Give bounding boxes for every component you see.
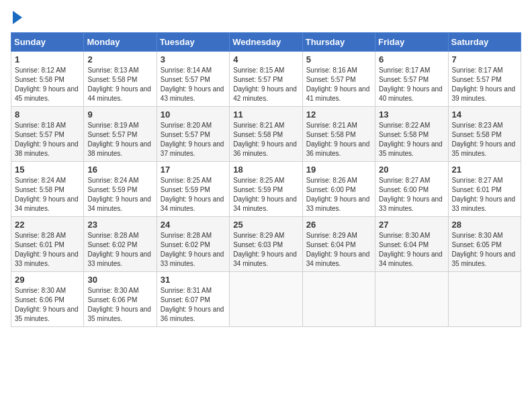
day-number: 7	[452, 54, 517, 64]
day-info: Sunrise: 8:16 AMSunset: 5:57 PMDaylight:…	[306, 66, 370, 102]
weekday-header: Sunday	[11, 33, 84, 52]
calendar-day-cell: 26Sunrise: 8:29 AMSunset: 6:04 PMDayligh…	[302, 217, 375, 272]
calendar-day-cell: 19Sunrise: 8:26 AMSunset: 6:00 PMDayligh…	[302, 162, 375, 217]
day-number: 27	[379, 220, 444, 230]
day-info: Sunrise: 8:23 AMSunset: 5:58 PMDaylight:…	[452, 122, 516, 157]
day-number: 17	[161, 165, 226, 175]
weekday-header: Saturday	[448, 33, 521, 52]
day-number: 25	[233, 220, 298, 230]
calendar-day-cell: 20Sunrise: 8:27 AMSunset: 6:00 PMDayligh…	[375, 162, 448, 217]
day-number: 20	[379, 165, 444, 175]
day-info: Sunrise: 8:30 AMSunset: 6:06 PMDaylight:…	[87, 287, 151, 322]
calendar-day-cell: 9Sunrise: 8:19 AMSunset: 5:57 PMDaylight…	[84, 107, 157, 162]
calendar-day-cell: 7Sunrise: 8:17 AMSunset: 5:57 PMDaylight…	[448, 52, 521, 107]
calendar-day-cell: 29Sunrise: 8:30 AMSunset: 6:06 PMDayligh…	[11, 272, 84, 327]
day-number: 16	[87, 165, 152, 175]
calendar-day-cell: 8Sunrise: 8:18 AMSunset: 5:57 PMDaylight…	[11, 107, 84, 162]
day-info: Sunrise: 8:30 AMSunset: 6:04 PMDaylight:…	[379, 232, 443, 267]
day-number: 4	[233, 54, 298, 64]
day-info: Sunrise: 8:17 AMSunset: 5:57 PMDaylight:…	[452, 66, 516, 102]
calendar-day-cell: 24Sunrise: 8:28 AMSunset: 6:02 PMDayligh…	[157, 217, 229, 272]
day-info: Sunrise: 8:28 AMSunset: 6:01 PMDaylight:…	[15, 232, 79, 267]
day-number: 12	[306, 109, 371, 120]
calendar-day-cell: 22Sunrise: 8:28 AMSunset: 6:01 PMDayligh…	[11, 217, 84, 272]
calendar-header-row: SundayMondayTuesdayWednesdayThursdayFrid…	[11, 33, 521, 52]
day-info: Sunrise: 8:13 AMSunset: 5:58 PMDaylight:…	[87, 66, 151, 102]
day-info: Sunrise: 8:30 AMSunset: 6:05 PMDaylight:…	[452, 232, 516, 267]
calendar-day-cell: 12Sunrise: 8:21 AMSunset: 5:58 PMDayligh…	[302, 107, 375, 162]
day-number: 9	[87, 109, 152, 120]
calendar-day-cell: 13Sunrise: 8:22 AMSunset: 5:58 PMDayligh…	[375, 107, 448, 162]
day-number: 13	[379, 109, 444, 120]
day-info: Sunrise: 8:29 AMSunset: 6:03 PMDaylight:…	[233, 232, 297, 267]
calendar-day-cell: 6Sunrise: 8:17 AMSunset: 5:57 PMDaylight…	[375, 52, 448, 107]
day-number: 6	[379, 54, 444, 64]
calendar-day-cell: 3Sunrise: 8:14 AMSunset: 5:57 PMDaylight…	[157, 52, 229, 107]
day-info: Sunrise: 8:21 AMSunset: 5:58 PMDaylight:…	[233, 122, 297, 157]
logo	[11, 11, 22, 24]
calendar-week-row: 8Sunrise: 8:18 AMSunset: 5:57 PMDaylight…	[11, 107, 521, 162]
day-info: Sunrise: 8:30 AMSunset: 6:06 PMDaylight:…	[15, 287, 79, 322]
calendar-day-cell: 11Sunrise: 8:21 AMSunset: 5:58 PMDayligh…	[230, 107, 302, 162]
day-info: Sunrise: 8:18 AMSunset: 5:57 PMDaylight:…	[15, 122, 79, 157]
day-info: Sunrise: 8:27 AMSunset: 6:00 PMDaylight:…	[379, 177, 443, 212]
weekday-header: Monday	[84, 33, 157, 52]
calendar-week-row: 22Sunrise: 8:28 AMSunset: 6:01 PMDayligh…	[11, 217, 521, 272]
day-info: Sunrise: 8:24 AMSunset: 5:59 PMDaylight:…	[87, 177, 151, 212]
day-number: 28	[452, 220, 517, 230]
day-info: Sunrise: 8:24 AMSunset: 5:58 PMDaylight:…	[15, 177, 79, 212]
day-info: Sunrise: 8:12 AMSunset: 5:58 PMDaylight:…	[15, 66, 79, 102]
day-number: 18	[233, 165, 298, 175]
calendar-day-cell: 27Sunrise: 8:30 AMSunset: 6:04 PMDayligh…	[375, 217, 448, 272]
day-number: 23	[87, 220, 152, 230]
day-info: Sunrise: 8:22 AMSunset: 5:58 PMDaylight:…	[379, 122, 443, 157]
day-number: 31	[161, 275, 226, 285]
day-number: 3	[161, 54, 226, 64]
calendar-day-cell: 5Sunrise: 8:16 AMSunset: 5:57 PMDaylight…	[302, 52, 375, 107]
day-number: 1	[15, 54, 80, 64]
day-info: Sunrise: 8:31 AMSunset: 6:07 PMDaylight:…	[161, 287, 224, 322]
calendar-day-cell: 21Sunrise: 8:27 AMSunset: 6:01 PMDayligh…	[448, 162, 521, 217]
day-number: 26	[306, 220, 371, 230]
day-info: Sunrise: 8:17 AMSunset: 5:57 PMDaylight:…	[379, 66, 443, 102]
day-info: Sunrise: 8:20 AMSunset: 5:57 PMDaylight:…	[161, 122, 224, 157]
calendar-day-cell: 15Sunrise: 8:24 AMSunset: 5:58 PMDayligh…	[11, 162, 84, 217]
day-number: 2	[87, 54, 152, 64]
calendar-day-cell: 25Sunrise: 8:29 AMSunset: 6:03 PMDayligh…	[230, 217, 302, 272]
day-number: 24	[161, 220, 226, 230]
day-info: Sunrise: 8:27 AMSunset: 6:01 PMDaylight:…	[452, 177, 516, 212]
day-number: 11	[233, 109, 298, 120]
day-info: Sunrise: 8:28 AMSunset: 6:02 PMDaylight:…	[87, 232, 151, 267]
day-number: 21	[452, 165, 517, 175]
calendar-day-cell	[230, 272, 302, 327]
calendar-day-cell: 30Sunrise: 8:30 AMSunset: 6:06 PMDayligh…	[84, 272, 157, 327]
day-info: Sunrise: 8:29 AMSunset: 6:04 PMDaylight:…	[306, 232, 370, 267]
day-number: 29	[15, 275, 80, 285]
calendar-day-cell	[302, 272, 375, 327]
calendar-day-cell: 18Sunrise: 8:25 AMSunset: 5:59 PMDayligh…	[230, 162, 302, 217]
weekday-header: Friday	[375, 33, 448, 52]
calendar-day-cell: 14Sunrise: 8:23 AMSunset: 5:58 PMDayligh…	[448, 107, 521, 162]
calendar-day-cell: 23Sunrise: 8:28 AMSunset: 6:02 PMDayligh…	[84, 217, 157, 272]
day-number: 10	[161, 109, 226, 120]
weekday-header: Wednesday	[230, 33, 302, 52]
calendar-day-cell: 17Sunrise: 8:25 AMSunset: 5:59 PMDayligh…	[157, 162, 229, 217]
day-info: Sunrise: 8:25 AMSunset: 5:59 PMDaylight:…	[161, 177, 224, 212]
calendar-day-cell: 1Sunrise: 8:12 AMSunset: 5:58 PMDaylight…	[11, 52, 84, 107]
calendar-day-cell: 2Sunrise: 8:13 AMSunset: 5:58 PMDaylight…	[84, 52, 157, 107]
calendar-day-cell: 10Sunrise: 8:20 AMSunset: 5:57 PMDayligh…	[157, 107, 229, 162]
weekday-header: Thursday	[302, 33, 375, 52]
calendar-week-row: 1Sunrise: 8:12 AMSunset: 5:58 PMDaylight…	[11, 52, 521, 107]
day-number: 19	[306, 165, 371, 175]
weekday-header: Tuesday	[157, 33, 229, 52]
day-info: Sunrise: 8:21 AMSunset: 5:58 PMDaylight:…	[306, 122, 370, 157]
logo-arrow-icon	[13, 11, 22, 24]
calendar-day-cell: 4Sunrise: 8:15 AMSunset: 5:57 PMDaylight…	[230, 52, 302, 107]
day-number: 14	[452, 109, 517, 120]
calendar-day-cell: 28Sunrise: 8:30 AMSunset: 6:05 PMDayligh…	[448, 217, 521, 272]
page-header	[11, 11, 521, 24]
calendar-day-cell	[375, 272, 448, 327]
day-info: Sunrise: 8:15 AMSunset: 5:57 PMDaylight:…	[233, 66, 297, 102]
calendar-table: SundayMondayTuesdayWednesdayThursdayFrid…	[11, 32, 521, 327]
day-info: Sunrise: 8:19 AMSunset: 5:57 PMDaylight:…	[87, 122, 151, 157]
